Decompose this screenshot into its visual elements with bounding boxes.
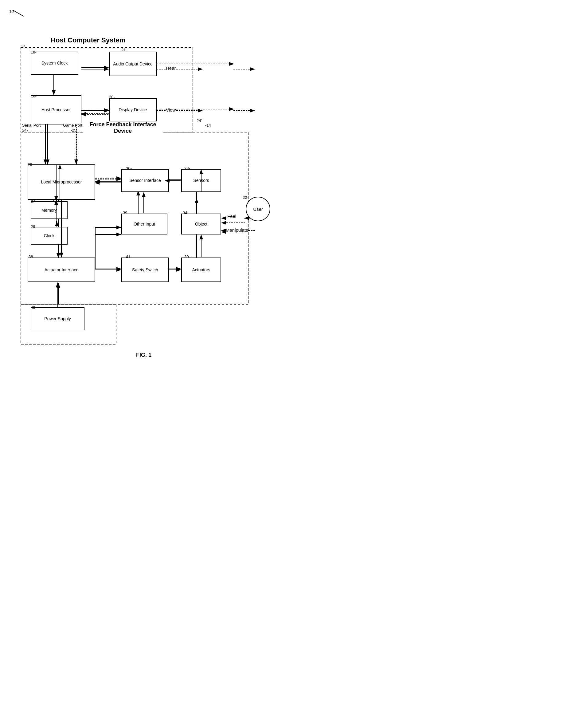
safety-switch-box: Safety Switch: [121, 258, 169, 282]
audio-output-box: Audio Output Device: [109, 52, 157, 76]
diagram: 10 Host Computer System 12- System Clock…: [0, 0, 288, 364]
serial-port-label: Serial Port: [22, 123, 41, 128]
ref-39: 39-: [123, 210, 129, 215]
memory-box: Memory: [31, 201, 68, 219]
actuator-interface-box: Actuator Interface: [28, 258, 95, 282]
ref-34: 34-: [183, 210, 189, 215]
svg-line-33: [13, 10, 24, 16]
user-circle: User: [246, 197, 270, 221]
sensor-interface-box: Sensor Interface: [121, 169, 169, 192]
host-computer-title: Host Computer System: [51, 36, 125, 44]
ref-22: 22-: [243, 195, 248, 200]
display-device-box: Display Device: [109, 98, 157, 121]
hear-label: Hear: [166, 65, 176, 71]
ref-24-label: 24-: [22, 128, 28, 132]
ref-38: 38-: [29, 255, 34, 259]
ref-20: 20-: [109, 95, 115, 99]
ref-21: 21: [121, 47, 126, 52]
game-port-label: Game Port: [63, 123, 82, 128]
view-label: View: [166, 107, 176, 112]
manipulate-label: Manipulate: [226, 227, 248, 233]
ref-25: -25: [71, 128, 76, 132]
host-processor-box: Host Processor: [31, 95, 81, 125]
ref-26: 26-: [28, 162, 33, 167]
ref-30: 30-: [184, 255, 190, 259]
actuators-box: Actuators: [181, 258, 221, 282]
ref-40: 40-: [31, 305, 37, 310]
ref-41: 41-: [126, 255, 132, 259]
clock-box: Clock: [31, 227, 68, 244]
ref-10-arrow: [13, 9, 25, 18]
object-box: Object: [181, 213, 221, 234]
local-micro-box: Local Microprocessor: [28, 164, 95, 200]
svg-line-38: [81, 110, 108, 111]
ref-18: 18-: [31, 50, 37, 55]
ref-12: 12-: [21, 44, 27, 49]
feel-label: Feel: [227, 213, 236, 219]
ref-14: -14: [205, 123, 211, 128]
ref-27: 27-: [31, 199, 37, 204]
sensors-box: Sensors: [181, 169, 221, 192]
force-feedback-title: Force Feedback Interface Device: [83, 121, 163, 134]
ref-24prime: 24': [197, 118, 202, 123]
fig-label: FIG. 1: [136, 352, 151, 358]
ref-29: 29-: [31, 224, 37, 229]
ref-28: 28-: [184, 166, 190, 171]
power-supply-box: Power Supply: [31, 307, 84, 330]
system-clock-box: System Clock: [31, 52, 78, 75]
ref-16: 16-: [31, 94, 37, 98]
other-input-box: Other Input: [121, 213, 167, 234]
ref-36: 36-: [126, 166, 132, 171]
